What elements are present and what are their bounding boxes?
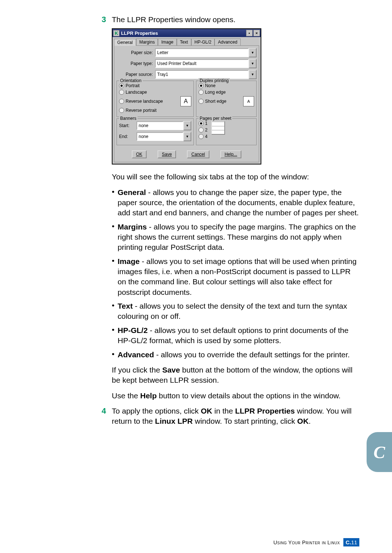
paper-size-label: Paper size: [117, 50, 155, 55]
chevron-down-icon[interactable]: ▼ [249, 59, 257, 68]
radio-duplex-none-label: None [205, 83, 216, 88]
tab-margins[interactable]: Margins [136, 38, 158, 45]
radio-landscape-label: Landscape [126, 90, 147, 95]
chevron-down-icon[interactable]: ▼ [249, 70, 257, 79]
banner-start-input[interactable]: none [136, 121, 183, 130]
radio-duplex-long-label: Long edge [205, 90, 226, 95]
paper-source-label: Paper source: [117, 72, 155, 77]
banner-end-input[interactable]: none [136, 132, 183, 141]
radio-landscape[interactable] [119, 90, 124, 95]
bullet-text: Text - allows you to select the density … [118, 301, 359, 322]
tabs-intro-text: You will see the following six tabs at t… [112, 172, 359, 182]
duplex-preview-icon: A [243, 96, 254, 106]
paper-type-label: Paper type: [117, 61, 155, 66]
bullet-image: Image - allows you to set image options … [118, 256, 359, 297]
cancel-button[interactable]: Cancel [187, 150, 209, 158]
save-button[interactable]: Save [158, 150, 176, 158]
ok-button[interactable]: OK [132, 150, 147, 158]
banner-end-label: End: [119, 134, 136, 139]
tab-advanced[interactable]: Advanced [215, 38, 240, 45]
bullet-general: General - allows you to change the paper… [118, 187, 359, 218]
help-button[interactable]: Help... [220, 150, 242, 158]
radio-portrait-label: Portrait [126, 83, 140, 88]
bullet-margins: Margins - allows you to specify the page… [118, 222, 359, 253]
paper-type-input[interactable]: Used Printer Default [155, 59, 249, 68]
llpr-properties-dialog: K LLPR Properties ▪ × General Margins Im… [112, 28, 261, 164]
radio-portrait[interactable] [119, 83, 124, 88]
radio-pages-2-label: 2 [205, 127, 208, 133]
step-3-number: 3 [102, 15, 112, 24]
k-icon: K [113, 30, 119, 36]
tab-general[interactable]: General [114, 39, 136, 46]
step-4-number: 4 [102, 406, 112, 416]
bullet-advanced: Advanced - allows you to override the de… [118, 350, 350, 360]
chevron-down-icon[interactable]: ▼ [249, 48, 257, 57]
paper-source-input[interactable]: Tray1 [155, 70, 249, 79]
radio-reverse-landscape-label: Reverse landscape [126, 99, 163, 104]
dialog-title: LLPR Properties [121, 31, 245, 36]
radio-pages-1-label: 1 [205, 121, 208, 126]
minimize-icon[interactable]: ▪ [246, 30, 253, 36]
paper-size-input[interactable]: Letter [155, 48, 249, 57]
close-icon[interactable]: × [253, 30, 260, 36]
banner-start-label: Start: [119, 123, 136, 128]
tab-text[interactable]: Text [177, 38, 191, 45]
page-number-badge: C.11 [343, 538, 359, 546]
orientation-group-title: Orientation [119, 78, 143, 83]
footer-title: Using Your Printer in Linux [273, 540, 340, 545]
orientation-preview-icon: A [180, 96, 191, 106]
bullet-hpgl: HP-GL/2 - allows you to set default opti… [118, 325, 359, 346]
chevron-down-icon[interactable]: ▼ [183, 132, 191, 141]
step-4-text: To apply the options, click OK in the LL… [112, 406, 359, 427]
pages-preview-icon [211, 121, 225, 135]
radio-duplex-none[interactable] [199, 83, 204, 88]
radio-pages-4[interactable] [199, 134, 204, 139]
radio-pages-2[interactable] [199, 127, 204, 133]
appendix-tab: C [367, 432, 392, 472]
radio-reverse-portrait-label: Reverse portrait [126, 108, 156, 113]
radio-pages-1[interactable] [199, 121, 204, 126]
radio-duplex-long[interactable] [199, 90, 204, 95]
duplex-group-title: Duplex printing [199, 78, 230, 83]
radio-pages-4-label: 4 [205, 134, 208, 139]
help-paragraph: Use the Help button to view details abou… [112, 391, 359, 401]
banners-group-title: Banners [119, 116, 138, 121]
radio-reverse-portrait[interactable] [119, 108, 124, 113]
chevron-down-icon[interactable]: ▼ [183, 121, 191, 130]
save-paragraph: If you click the Save button at the bott… [112, 365, 359, 386]
radio-reverse-landscape[interactable] [119, 99, 124, 104]
tab-image[interactable]: Image [158, 38, 176, 45]
step-3-text: The LLPR Properties window opens. [112, 15, 236, 25]
radio-duplex-short[interactable] [199, 99, 204, 104]
tab-hpgl2[interactable]: HP-GL/2 [191, 38, 215, 45]
radio-duplex-short-label: Short edge [205, 99, 226, 104]
pages-group-title: Pages per sheet [199, 116, 232, 121]
